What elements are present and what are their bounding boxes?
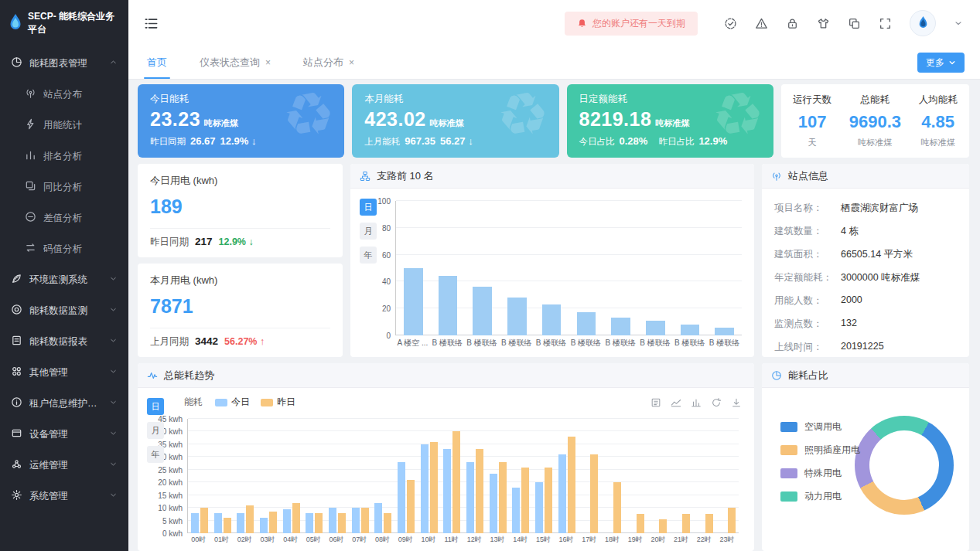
user-avatar[interactable]	[910, 10, 936, 36]
period-toggle-月[interactable]: 月	[147, 422, 164, 439]
bar[interactable]	[646, 321, 665, 335]
pie-legend-item-特殊用电[interactable]: 特殊用电	[780, 467, 860, 480]
bar[interactable]	[507, 298, 527, 335]
lock-icon[interactable]	[786, 17, 799, 30]
download-icon[interactable]	[731, 397, 742, 408]
warning-icon[interactable]	[755, 17, 768, 30]
bar[interactable]	[237, 513, 244, 533]
sidebar-subitem[interactable]: 用能统计	[0, 110, 128, 141]
bar[interactable]	[260, 518, 268, 533]
pie-legend-item-照明插座用电[interactable]: 照明插座用电	[780, 444, 860, 457]
bar[interactable]	[545, 468, 552, 534]
bar[interactable]	[398, 462, 405, 533]
legend-item-昨日[interactable]: 昨日	[261, 396, 295, 409]
tab-站点分布[interactable]: 站点分布×	[295, 46, 362, 79]
sidebar-subitem[interactable]: 差值分析	[0, 202, 128, 233]
bar[interactable]	[473, 287, 492, 335]
legend-item-今日[interactable]: 今日	[215, 396, 250, 409]
bar[interactable]	[361, 508, 369, 533]
close-tab-icon[interactable]: ×	[349, 57, 354, 68]
user-menu-chevron-down-icon[interactable]	[954, 19, 963, 28]
bar[interactable]	[535, 482, 543, 533]
bar[interactable]	[214, 513, 222, 533]
close-tab-icon[interactable]: ×	[265, 57, 271, 68]
bar[interactable]	[558, 454, 566, 533]
pie-legend-item-动力用电[interactable]: 动力用电	[780, 490, 860, 503]
bar[interactable]	[577, 312, 596, 335]
sidebar-item[interactable]: 租户信息维护管理	[0, 388, 128, 419]
bar[interactable]	[637, 514, 644, 533]
bar[interactable]	[191, 513, 199, 533]
bar[interactable]	[728, 508, 736, 533]
copy-pages-icon[interactable]	[848, 17, 861, 30]
collapse-sidebar-icon[interactable]	[144, 16, 159, 31]
bar[interactable]	[352, 508, 360, 533]
sidebar-item[interactable]: 系统管理	[0, 481, 128, 512]
period-toggle-年[interactable]: 年	[147, 446, 164, 463]
bar[interactable]	[443, 449, 451, 533]
sidebar-item[interactable]: 其他管理	[0, 357, 128, 388]
bar[interactable]	[542, 304, 562, 335]
bar[interactable]	[659, 519, 667, 533]
bar[interactable]	[682, 514, 690, 533]
bar[interactable]	[246, 505, 254, 533]
line-chart-icon[interactable]	[671, 397, 681, 408]
theme-shirt-icon[interactable]	[817, 17, 830, 30]
period-toggle-月[interactable]: 月	[360, 223, 377, 240]
bar[interactable]	[715, 328, 734, 335]
tab-首页[interactable]: 首页	[139, 46, 175, 79]
bar[interactable]	[681, 325, 700, 335]
bar[interactable]	[705, 514, 713, 533]
bar[interactable]	[269, 512, 277, 533]
period-toggle-日[interactable]: 日	[147, 398, 164, 415]
bar[interactable]	[315, 513, 323, 533]
badge-check-icon[interactable]	[724, 17, 737, 30]
bar[interactable]	[421, 444, 429, 533]
bar[interactable]	[200, 508, 208, 533]
sidebar-subitem[interactable]: 同比分析	[0, 172, 128, 202]
more-button[interactable]: 更多	[917, 53, 965, 73]
sidebar-item[interactable]: 能耗数据报表	[0, 326, 128, 357]
account-expiry-alert[interactable]: 您的账户还有一天到期	[565, 12, 698, 36]
bar[interactable]	[292, 503, 300, 533]
bar[interactable]	[499, 462, 507, 533]
period-toggle-日[interactable]: 日	[360, 199, 377, 216]
bar[interactable]	[224, 518, 231, 533]
pie-legend-item-空调用电[interactable]: 空调用电	[780, 420, 860, 434]
bar[interactable]	[329, 508, 336, 533]
fullscreen-icon[interactable]	[879, 17, 892, 30]
bar[interactable]	[338, 513, 346, 533]
sidebar-subitem[interactable]: 排名分析	[0, 141, 128, 172]
period-toggle-年[interactable]: 年	[360, 247, 377, 264]
data-view-icon[interactable]	[650, 397, 661, 408]
bar[interactable]	[430, 442, 438, 533]
bar[interactable]	[439, 276, 458, 335]
sidebar-subitem[interactable]: 码值分析	[0, 233, 128, 264]
bar[interactable]	[521, 468, 529, 534]
bar[interactable]	[613, 482, 621, 533]
bar[interactable]	[611, 318, 630, 335]
bar[interactable]	[466, 462, 474, 533]
refresh-icon[interactable]	[711, 397, 722, 408]
sidebar-item[interactable]: 环境监测系统	[0, 264, 128, 295]
bar[interactable]	[283, 509, 291, 533]
bar-chart-icon[interactable]	[691, 397, 702, 408]
bar[interactable]	[306, 513, 313, 533]
bar[interactable]	[374, 503, 382, 533]
bar[interactable]	[407, 480, 415, 533]
sidebar-item[interactable]: 设备管理	[0, 419, 128, 450]
bar[interactable]	[590, 454, 598, 533]
sidebar-subitem[interactable]: 站点分布	[0, 79, 128, 110]
sidebar-item[interactable]: 运维管理	[0, 450, 128, 481]
bar[interactable]	[384, 513, 391, 533]
bar[interactable]	[512, 488, 520, 533]
bar[interactable]	[490, 474, 497, 533]
bar[interactable]	[568, 437, 575, 533]
bar[interactable]	[476, 449, 483, 533]
sidebar-item[interactable]: 能耗图表管理	[0, 48, 128, 79]
energy-share-donut-chart[interactable]	[855, 416, 954, 515]
bar[interactable]	[452, 431, 460, 533]
bar[interactable]	[404, 268, 423, 335]
sidebar-item[interactable]: 能耗数据监测	[0, 295, 128, 326]
tab-仪表状态查询[interactable]: 仪表状态查询×	[192, 46, 278, 79]
